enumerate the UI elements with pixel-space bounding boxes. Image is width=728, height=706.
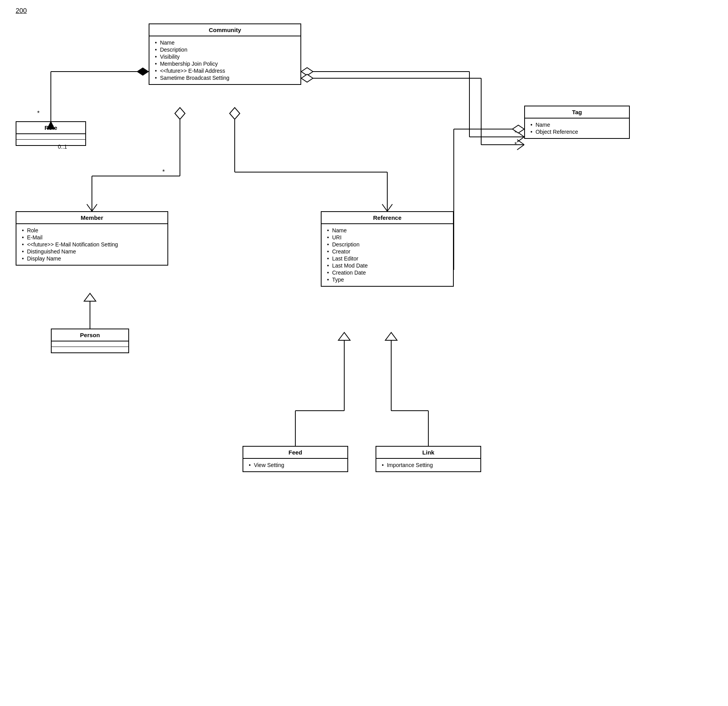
svg-line-8	[87, 204, 92, 211]
reference-attr-lastmod: Last Mod Date	[327, 262, 448, 269]
feed-attr-view: View Setting	[249, 462, 342, 468]
role-title: Role	[16, 122, 85, 134]
svg-marker-41	[385, 332, 397, 340]
svg-line-15	[387, 204, 392, 211]
tag-class: Tag Name Object Reference	[524, 106, 630, 139]
person-section1	[52, 341, 128, 347]
link-title: Link	[376, 447, 480, 459]
reference-attr-type: Type	[327, 277, 448, 283]
tag-attrs: Name Object Reference	[525, 119, 629, 138]
member-multiplicity-star: *	[162, 169, 165, 175]
svg-line-26	[517, 140, 524, 145]
link-attrs: Importance Setting	[376, 459, 480, 471]
tag-multiplicity-star2: *	[514, 141, 517, 148]
reference-attr-description: Description	[327, 241, 448, 248]
page-number: 200	[16, 7, 27, 15]
tag-attr-name: Name	[530, 122, 624, 128]
reference-attr-uri: URI	[327, 234, 448, 241]
tag-attr-objref: Object Reference	[530, 129, 624, 135]
member-title: Member	[16, 212, 167, 224]
community-attr-visibility: Visibility	[155, 54, 295, 60]
reference-attr-creationdate: Creation Date	[327, 269, 448, 276]
community-title: Community	[149, 24, 300, 36]
svg-line-9	[92, 204, 97, 211]
reference-title: Reference	[322, 212, 453, 224]
person-section2	[52, 347, 128, 352]
svg-line-20	[517, 132, 524, 137]
member-attr-displayname: Display Name	[22, 255, 162, 262]
link-class: Link Importance Setting	[376, 446, 481, 472]
member-attr-dn: Distinguished Name	[22, 248, 162, 255]
community-attr-name: Name	[155, 40, 295, 46]
tag-multiplicity-star1: *	[514, 129, 517, 136]
role-section1	[16, 134, 85, 140]
svg-marker-7	[175, 108, 185, 119]
person-title: Person	[52, 329, 128, 341]
link-attr-importance: Importance Setting	[382, 462, 475, 468]
community-attr-membership: Membership Join Policy	[155, 61, 295, 67]
svg-line-21	[517, 137, 524, 142]
tag-title: Tag	[525, 106, 629, 119]
member-attr-email: E-Mail	[22, 234, 162, 241]
reference-class: Reference Name URI Description Creator L…	[321, 211, 454, 287]
community-class: Community Name Description Visibility Me…	[149, 23, 301, 85]
svg-line-27	[517, 145, 524, 150]
member-attr-notification: <<future>> E-Mail Notification Setting	[22, 241, 162, 248]
role-section2	[16, 140, 85, 145]
role-class: Role	[16, 121, 86, 146]
role-multiplicity-star: *	[37, 110, 40, 117]
svg-marker-2	[137, 68, 149, 75]
reference-attrs: Name URI Description Creator Last Editor…	[322, 224, 453, 286]
feed-attrs: View Setting	[243, 459, 347, 471]
svg-marker-31	[512, 125, 524, 133]
svg-marker-13	[230, 108, 240, 119]
member-attrs: Role E-Mail <<future>> E-Mail Notificati…	[16, 224, 167, 265]
reference-attr-lasteditor: Last Editor	[327, 255, 448, 262]
feed-title: Feed	[243, 447, 347, 459]
member-class: Member Role E-Mail <<future>> E-Mail Not…	[16, 211, 168, 266]
community-attr-description: Description	[155, 47, 295, 53]
svg-line-14	[382, 204, 387, 211]
svg-marker-25	[301, 74, 313, 82]
svg-marker-37	[338, 332, 350, 340]
community-attr-email: <<future>> E-Mail Address	[155, 68, 295, 74]
reference-attr-name: Name	[327, 227, 448, 234]
svg-marker-19	[301, 68, 313, 75]
feed-class: Feed View Setting	[243, 446, 348, 472]
community-attr-sametime: Sametime Broadcast Setting	[155, 75, 295, 81]
reference-attr-creator: Creator	[327, 248, 448, 255]
member-attr-role: Role	[22, 227, 162, 234]
svg-marker-33	[84, 293, 96, 301]
community-attrs: Name Description Visibility Membership J…	[149, 36, 300, 84]
person-class: Person	[51, 329, 129, 353]
